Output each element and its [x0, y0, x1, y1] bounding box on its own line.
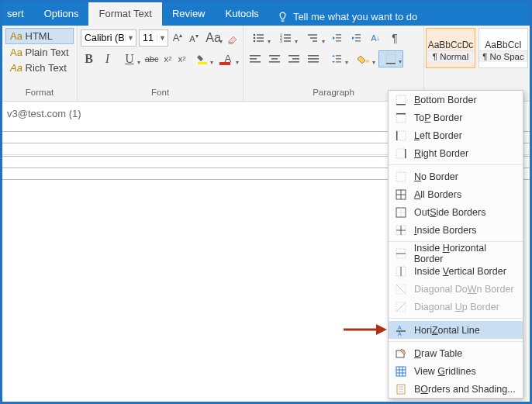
- shading-button[interactable]: ▾: [351, 50, 376, 67]
- menu-top-border[interactable]: ToP Border: [389, 109, 523, 126]
- strike-button[interactable]: abc: [143, 50, 160, 67]
- tab-insert[interactable]: sert: [2, 2, 34, 26]
- multilevel-button[interactable]: ▾: [301, 29, 326, 47]
- menu-diagonal-up: Diagonal Up Border: [389, 298, 523, 316]
- line-spacing-icon: [331, 54, 342, 64]
- align-center-button[interactable]: [266, 50, 283, 67]
- tell-me-label: Tell me what you want to do: [293, 11, 417, 22]
- highlight-button[interactable]: ▾: [190, 50, 213, 67]
- group-format-label: Format: [2, 88, 77, 101]
- menu-borders-shading[interactable]: BOrders and Shading...: [389, 380, 523, 398]
- menu-draw-table[interactable]: Draw Table: [389, 344, 523, 362]
- svg-rect-20: [355, 34, 361, 36]
- svg-rect-30: [292, 58, 299, 60]
- menu-inside-horizontal[interactable]: Inside Horizontal Border: [389, 244, 523, 262]
- format-richtext-button[interactable]: Aa Rich Text: [5, 60, 74, 75]
- menu-diagonal-down: Diagonal DoWn Border: [389, 280, 523, 298]
- tab-kutools[interactable]: Kutools: [216, 2, 269, 26]
- grow-font-button[interactable]: A▴: [171, 29, 185, 47]
- svg-text:3: 3: [280, 39, 282, 43]
- align-right-button[interactable]: [285, 50, 302, 67]
- svg-rect-26: [269, 55, 280, 57]
- indent-button[interactable]: [347, 29, 364, 47]
- sort-button[interactable]: A↓: [367, 29, 384, 47]
- font-color-button[interactable]: A▾: [216, 50, 240, 67]
- bullets-button[interactable]: ▾: [247, 29, 271, 47]
- svg-point-4: [254, 36, 256, 39]
- align-left-icon: [250, 54, 261, 64]
- menu-horizontal-line[interactable]: AAHoriZontal Line: [389, 321, 523, 339]
- borders-button[interactable]: ▾: [378, 50, 403, 67]
- line-spacing-button[interactable]: ▾: [324, 50, 349, 67]
- svg-rect-48: [405, 149, 406, 158]
- align-right-icon: [288, 54, 299, 64]
- group-font: Calibri (B▼ 11▼ A▴ A▾ Aa▾ B I U▾ abc x2 …: [78, 26, 244, 101]
- menu-bottom-border[interactable]: Bottom Border: [389, 91, 523, 109]
- font-size-combo[interactable]: 11▼: [139, 29, 168, 47]
- justify-button[interactable]: [305, 50, 322, 67]
- menu-no-border[interactable]: No Border: [389, 167, 523, 185]
- style-preview: AaBbCcI: [485, 35, 521, 50]
- style-name: ¶ Normal: [427, 50, 475, 62]
- svg-rect-29: [288, 55, 299, 57]
- pilcrow-button[interactable]: ¶: [386, 29, 403, 47]
- format-plaintext-button[interactable]: Aa Plain Text: [5, 44, 74, 60]
- svg-rect-18: [336, 37, 341, 39]
- svg-rect-24: [250, 58, 257, 60]
- outdent-icon: [331, 33, 342, 43]
- style-no-spacing[interactable]: AaBbCcI ¶ No Spac: [478, 28, 528, 68]
- style-normal[interactable]: AaBbCcDc ¶ Normal: [426, 28, 475, 68]
- bold-button[interactable]: B: [81, 50, 97, 67]
- shrink-font-button[interactable]: A▾: [187, 29, 201, 47]
- superscript-button[interactable]: x2: [176, 50, 188, 67]
- svg-rect-44: [396, 113, 406, 115]
- underline-button[interactable]: U▾: [118, 50, 141, 67]
- numbering-icon: 123: [280, 33, 292, 43]
- svg-rect-41: [396, 95, 406, 105]
- italic-button[interactable]: I: [99, 50, 116, 67]
- font-name-combo[interactable]: Calibri (B▼: [81, 29, 136, 47]
- menu-inside-vertical[interactable]: Inside Vertical Border: [389, 262, 523, 280]
- menu-view-gridlines[interactable]: View Gridlines: [389, 362, 523, 380]
- svg-rect-46: [396, 131, 398, 140]
- svg-rect-27: [271, 58, 278, 60]
- eraser-icon: [226, 32, 239, 44]
- svg-rect-16: [313, 40, 317, 42]
- svg-rect-40: [386, 63, 396, 64]
- tell-me[interactable]: Tell me what you want to do: [269, 2, 417, 26]
- svg-rect-32: [308, 55, 319, 57]
- svg-rect-28: [269, 61, 280, 63]
- svg-rect-49: [396, 172, 406, 181]
- clear-formatting-button[interactable]: [226, 29, 240, 47]
- align-left-button[interactable]: [247, 50, 264, 67]
- group-format: Aa HTML Aa Plain Text Aa Rich Text Forma…: [2, 26, 78, 101]
- svg-rect-19: [336, 40, 341, 42]
- menu-outside-borders[interactable]: OutSide Borders: [389, 203, 523, 221]
- svg-text:A: A: [398, 325, 402, 330]
- group-font-label: Font: [78, 88, 243, 101]
- svg-rect-36: [336, 58, 341, 60]
- bullets-icon: [253, 33, 265, 43]
- outdent-button[interactable]: [328, 29, 345, 47]
- tab-options[interactable]: Options: [34, 2, 89, 26]
- svg-rect-71: [396, 367, 406, 376]
- callout-arrow-icon: [342, 322, 389, 337]
- subscript-button[interactable]: x2: [162, 50, 174, 67]
- svg-rect-45: [396, 131, 406, 140]
- menu-inside-borders[interactable]: Inside Borders: [389, 221, 523, 239]
- change-case-button[interactable]: Aa▾: [203, 29, 223, 47]
- menu-left-border[interactable]: Left Border: [389, 126, 523, 144]
- borders-dropdown-menu: Bottom Border ToP Border Left Border Rig…: [388, 90, 523, 399]
- svg-rect-25: [250, 61, 261, 63]
- tab-review[interactable]: Review: [162, 2, 216, 26]
- svg-point-6: [254, 40, 256, 42]
- svg-rect-0: [198, 62, 207, 64]
- tab-format-text[interactable]: Format Text: [88, 2, 161, 26]
- svg-rect-23: [250, 55, 261, 57]
- format-html-button[interactable]: Aa HTML: [5, 28, 74, 44]
- svg-rect-43: [396, 113, 406, 123]
- svg-rect-33: [308, 58, 319, 60]
- menu-all-borders[interactable]: All Borders: [389, 185, 523, 203]
- menu-right-border[interactable]: Right Border: [389, 144, 523, 162]
- numbering-button[interactable]: 123▾: [274, 29, 299, 47]
